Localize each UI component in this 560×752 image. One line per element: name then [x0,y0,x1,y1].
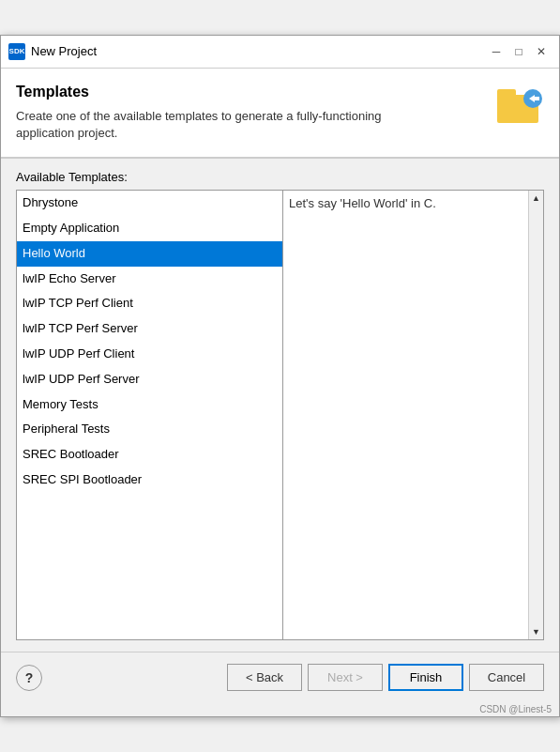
close-button[interactable]: ✕ [531,41,552,62]
content-header: Templates Create one of the available te… [1,69,559,158]
sdk-icon: SDK [8,43,25,60]
new-project-window: SDK New Project ─ □ ✕ Templates Create o… [0,35,560,717]
scroll-up-arrow[interactable]: ▲ [529,191,544,206]
next-button[interactable]: Next > [308,664,383,691]
list-item[interactable]: lwIP TCP Perf Client [17,291,282,316]
window-controls: ─ □ ✕ [486,41,552,62]
list-item[interactable]: SREC Bootloader [17,442,282,468]
list-item[interactable]: Hello World [17,241,282,267]
title-bar: SDK New Project ─ □ ✕ [1,36,559,69]
back-button[interactable]: < Back [227,664,302,691]
list-item[interactable]: Peripheral Tests [17,417,282,442]
available-label: Available Templates: [16,170,544,184]
list-item[interactable]: SREC SPI Bootloader [17,468,282,493]
scrollbar[interactable]: ▲ ▼ [528,191,543,639]
description-panel: Let's say 'Hello World' in C. ▲ ▼ [283,190,544,640]
page-title: Templates [16,84,382,100]
list-item[interactable]: lwIP TCP Perf Server [17,316,282,342]
list-item[interactable]: lwIP Echo Server [17,267,282,292]
right-buttons: < Back Next > Finish Cancel [227,664,544,691]
header-text: Templates Create one of the available te… [16,84,382,142]
list-item[interactable]: Memory Tests [17,392,282,418]
minimize-button[interactable]: ─ [486,41,507,62]
help-button[interactable]: ? [16,665,42,691]
list-item[interactable]: lwIP UDP Perf Server [17,367,282,392]
list-item[interactable]: lwIP UDP Perf Client [17,342,282,367]
window-title: New Project [31,44,480,58]
list-item[interactable]: Empty Application [17,216,282,241]
template-list[interactable]: DhrystoneEmpty ApplicationHello WorldlwI… [16,190,283,640]
header-description: Create one of the available templates to… [16,108,382,142]
list-item[interactable]: Dhrystone [17,191,282,216]
watermark: CSDN @Linest-5 [1,702,559,716]
lists-container: DhrystoneEmpty ApplicationHello WorldlwI… [16,190,544,640]
scroll-down-arrow[interactable]: ▼ [529,624,544,639]
button-bar: ? < Back Next > Finish Cancel [1,652,559,702]
folder-svg-icon [495,84,544,127]
maximize-button[interactable]: □ [508,41,529,62]
finish-button[interactable]: Finish [388,664,463,691]
main-area: Available Templates: DhrystoneEmpty Appl… [1,159,559,652]
svg-rect-1 [497,89,516,99]
header-icon [495,84,544,127]
description-text: Let's say 'Hello World' in C. [289,196,436,210]
header-row: Templates Create one of the available te… [16,84,544,142]
cancel-button[interactable]: Cancel [469,664,544,691]
svg-rect-4 [535,97,539,100]
